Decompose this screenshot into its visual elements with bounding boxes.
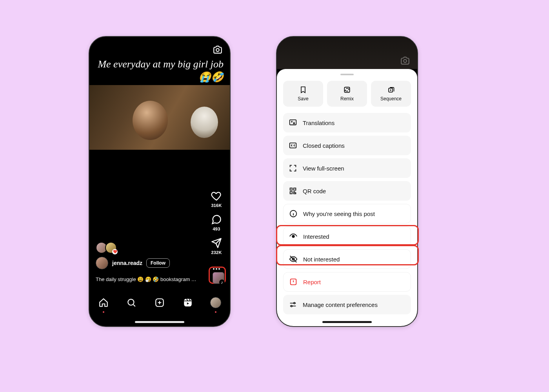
plus-square-icon bbox=[155, 298, 165, 308]
avatar: ❤️ bbox=[105, 242, 117, 254]
reel-video-frame[interactable] bbox=[89, 85, 230, 150]
reels-icon bbox=[183, 298, 193, 308]
camera-button bbox=[400, 56, 410, 66]
search-icon bbox=[126, 298, 136, 308]
sequence-icon bbox=[387, 86, 395, 94]
liked-by-avatars[interactable]: ❤️ bbox=[96, 242, 117, 254]
comment-button[interactable]: 493 bbox=[211, 214, 222, 231]
remix-icon bbox=[343, 86, 351, 94]
share-button[interactable]: 232K bbox=[211, 238, 222, 255]
menu-item-closed-captions[interactable]: Closed captions bbox=[283, 136, 411, 155]
sheet-action-save[interactable]: Save bbox=[283, 81, 323, 107]
sheet-action-sequence[interactable]: Sequence bbox=[371, 81, 411, 107]
svg-point-19 bbox=[294, 303, 295, 304]
menu-item-label: Translations bbox=[303, 120, 334, 126]
fullscreen-icon bbox=[289, 164, 297, 172]
svg-point-2 bbox=[216, 268, 217, 270]
info-icon bbox=[289, 209, 298, 218]
camera-icon bbox=[213, 45, 223, 55]
menu-item-fullscreen[interactable]: View full-screen bbox=[283, 158, 411, 178]
share-icon bbox=[211, 238, 222, 249]
menu-item-interested[interactable]: Interested bbox=[283, 227, 411, 246]
share-count: 232K bbox=[211, 250, 222, 255]
menu-item-label: Report bbox=[303, 279, 321, 285]
audio-tile[interactable] bbox=[213, 272, 224, 284]
bookmark-icon bbox=[299, 86, 307, 94]
heart-badge-icon: ❤️ bbox=[112, 249, 118, 254]
svg-rect-8 bbox=[344, 87, 349, 92]
camera-button[interactable] bbox=[213, 45, 223, 55]
sheet-action-label: Sequence bbox=[380, 96, 402, 102]
cc-icon bbox=[289, 141, 297, 150]
reel-overlay-text: Me everyday at my big girl job 😭🤣 bbox=[89, 55, 230, 85]
translate-icon bbox=[289, 118, 297, 127]
svg-rect-13 bbox=[294, 188, 296, 191]
sheet-action-label: Remix bbox=[340, 96, 354, 102]
tab-reels[interactable] bbox=[182, 296, 194, 309]
report-icon bbox=[289, 278, 298, 286]
tab-profile[interactable] bbox=[209, 296, 222, 309]
menu-item-qr[interactable]: QR code bbox=[283, 181, 411, 201]
profile-avatar-icon bbox=[210, 297, 221, 308]
notification-dot-icon bbox=[215, 311, 216, 313]
svg-rect-11 bbox=[290, 143, 296, 148]
heart-icon bbox=[211, 191, 222, 201]
sheet-grabber[interactable] bbox=[340, 74, 354, 75]
svg-point-7 bbox=[404, 60, 407, 63]
svg-point-0 bbox=[216, 49, 219, 52]
svg-point-3 bbox=[218, 268, 220, 270]
svg-point-20 bbox=[291, 305, 293, 307]
menu-item-label: QR code bbox=[303, 188, 326, 194]
svg-rect-6 bbox=[184, 299, 192, 307]
follow-button[interactable]: Follow bbox=[146, 258, 170, 268]
home-icon bbox=[98, 298, 109, 308]
author-username[interactable]: jenna.readz bbox=[112, 260, 142, 266]
menu-item-label: Not interested bbox=[303, 256, 340, 263]
svg-point-16 bbox=[292, 235, 294, 238]
author-row: jenna.readz Follow bbox=[96, 257, 170, 269]
notification-dot-icon bbox=[103, 311, 104, 313]
eye-icon bbox=[289, 232, 298, 241]
phone-reel-view: Me everyday at my big girl job 😭🤣 316K 4… bbox=[89, 36, 231, 327]
tab-search[interactable] bbox=[125, 296, 138, 309]
qr-icon bbox=[289, 187, 297, 195]
comment-count: 493 bbox=[213, 227, 220, 231]
comment-icon bbox=[211, 214, 222, 225]
sliders-icon bbox=[289, 300, 297, 309]
sheet-action-label: Save bbox=[298, 96, 308, 102]
menu-item-label: Manage content preferences bbox=[303, 301, 378, 308]
svg-rect-12 bbox=[290, 188, 293, 191]
bottom-tab-bar bbox=[89, 292, 230, 326]
svg-rect-10 bbox=[290, 120, 296, 125]
tab-home[interactable] bbox=[97, 296, 110, 309]
author-avatar[interactable] bbox=[96, 257, 108, 269]
like-count: 316K bbox=[211, 203, 222, 208]
menu-item-label: Closed captions bbox=[303, 142, 345, 149]
svg-point-4 bbox=[128, 299, 134, 305]
home-indicator bbox=[135, 321, 184, 323]
reel-right-rail: 316K 493 232K bbox=[209, 191, 224, 277]
bottom-sheet: Save Remix Sequence Translations Closed … bbox=[277, 69, 417, 326]
reel-caption[interactable]: The daily struggle 😩 🤧 🤣 bookstagram … bbox=[96, 276, 196, 282]
menu-item-label: Why you're seeing this post bbox=[303, 211, 375, 217]
tab-create[interactable] bbox=[153, 296, 166, 309]
sheet-action-row: Save Remix Sequence bbox=[283, 81, 411, 107]
menu-item-why-seeing[interactable]: Why you're seeing this post bbox=[283, 204, 411, 223]
menu-item-translations[interactable]: Translations bbox=[283, 113, 411, 132]
eye-off-icon bbox=[289, 255, 298, 263]
svg-rect-14 bbox=[290, 192, 293, 194]
like-button[interactable]: 316K bbox=[211, 191, 222, 208]
reel-top-bar bbox=[89, 37, 230, 55]
menu-item-label: Interested bbox=[303, 233, 329, 240]
sheet-action-remix[interactable]: Remix bbox=[327, 81, 367, 107]
menu-item-manage-preferences[interactable]: Manage content preferences bbox=[283, 295, 411, 314]
svg-point-1 bbox=[213, 268, 215, 270]
home-indicator bbox=[322, 321, 372, 323]
phone-action-sheet: Save Remix Sequence Translations Closed … bbox=[276, 36, 418, 327]
dimmed-background[interactable] bbox=[277, 37, 417, 69]
menu-item-report[interactable]: Report bbox=[283, 272, 411, 292]
camera-icon bbox=[400, 56, 410, 66]
menu-item-not-interested[interactable]: Not interested bbox=[283, 249, 411, 269]
menu-item-label: View full-screen bbox=[303, 165, 344, 172]
